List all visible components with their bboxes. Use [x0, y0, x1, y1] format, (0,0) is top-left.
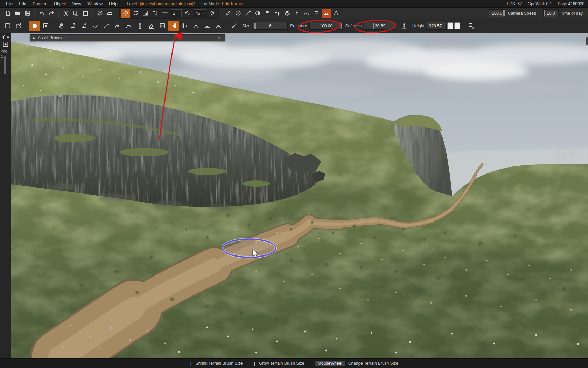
ramp-hill-button[interactable]	[213, 21, 224, 31]
square-brush-icon	[43, 23, 49, 29]
raise-height-button[interactable]	[68, 21, 78, 31]
noise-button[interactable]	[157, 21, 168, 31]
save-level-button[interactable]	[23, 9, 32, 18]
paint-material-button[interactable]	[466, 21, 477, 31]
new-level-button[interactable]	[3, 9, 12, 18]
mesa-button[interactable]	[124, 21, 134, 31]
sphere-tool-button[interactable]	[253, 9, 262, 18]
terrain-brush-ellipse	[223, 239, 276, 257]
camera-speed-handle[interactable]	[503, 10, 505, 16]
sharpen-button[interactable]	[112, 21, 123, 31]
pressure-value: 100.00	[320, 23, 333, 28]
redo-button[interactable]	[47, 9, 56, 18]
menu-edit[interactable]: Edit	[16, 1, 29, 7]
cut-button[interactable]	[61, 9, 70, 18]
lower-height-button[interactable]	[79, 21, 89, 31]
smooth-slope-button[interactable]	[101, 21, 112, 31]
viewport-edge-tab[interactable]	[586, 37, 588, 45]
toolbar-separator	[58, 10, 59, 17]
round-brush-button[interactable]	[29, 21, 40, 31]
menu-file[interactable]: File	[3, 1, 16, 7]
chevron-down-icon: ▼	[202, 12, 204, 14]
material-name-truncated[interactable]: <no	[0, 49, 7, 53]
brush-size-handle[interactable]	[254, 23, 256, 29]
flatten-button[interactable]	[146, 21, 156, 31]
select-terrain-button[interactable]	[2, 21, 13, 31]
mesh-decal-button[interactable]	[332, 9, 341, 18]
asset-browser-close-button[interactable]: ×	[217, 35, 222, 41]
square-brush-button[interactable]	[41, 21, 51, 31]
menu-view[interactable]: View	[69, 1, 84, 7]
translate-snap-select[interactable]: 1▼	[171, 9, 182, 17]
translate-snap-value: 1	[173, 11, 175, 16]
camera-speed-input[interactable]: 100.0	[489, 9, 505, 17]
lanes-tool-button[interactable]	[312, 9, 321, 18]
flatten-hill-button[interactable]	[202, 21, 212, 31]
clear-empty-button[interactable]	[180, 21, 190, 31]
menu-bar: File Edit Camera Object View Window Help…	[0, 0, 588, 8]
panel-scrollbar[interactable]	[4, 56, 6, 74]
grab-terrain-button[interactable]	[56, 21, 67, 31]
height-decrease-button[interactable]: -	[447, 22, 453, 29]
smooth-curve-icon	[92, 23, 98, 29]
set-empty-button[interactable]	[168, 21, 179, 31]
sphere-icon	[255, 10, 261, 16]
slope-limit-button[interactable]	[229, 21, 239, 31]
time-of-day-input[interactable]: 10.0	[543, 9, 559, 17]
menu-window[interactable]: Window	[84, 1, 106, 7]
softness-handle[interactable]	[373, 23, 374, 29]
height-probe-button[interactable]	[399, 21, 410, 31]
drop-to-ground-button[interactable]	[208, 9, 217, 18]
forest-tool-button[interactable]	[273, 9, 282, 18]
brush-size-slider[interactable]: 6	[253, 22, 288, 30]
height-increase-button[interactable]: +	[454, 22, 460, 29]
terrain-editor-button[interactable]	[322, 9, 331, 18]
smooth-hill-button[interactable]	[191, 21, 201, 31]
rotate-snap-select[interactable]: 45▼	[194, 9, 206, 17]
open-level-button[interactable]	[13, 9, 22, 18]
point-tool-button[interactable]	[293, 9, 302, 18]
rotate-snap-icon-button[interactable]	[183, 9, 192, 18]
material-side-panel: <no 1	[0, 33, 11, 358]
settings-button[interactable]	[95, 9, 104, 18]
rotate-tool-button[interactable]	[131, 9, 140, 18]
filter-clear-icon[interactable]	[1, 34, 10, 40]
scale-tool-button[interactable]	[141, 9, 150, 18]
add-layer-button[interactable]	[2, 41, 9, 48]
grid-icon	[162, 10, 168, 16]
flag-tool-button[interactable]	[263, 9, 272, 18]
toolbar-separator	[541, 10, 541, 17]
create-object-button[interactable]	[234, 9, 243, 18]
copy-button[interactable]	[71, 9, 80, 18]
move-tool-button[interactable]	[121, 9, 130, 18]
collapse-triangle-icon[interactable]: ▶	[33, 36, 35, 40]
world-editor-window: { "menu": {"items": ["File", "Edit", "Ca…	[0, 0, 588, 368]
softness-slider[interactable]: 30.69	[364, 22, 396, 30]
set-height-button[interactable]	[135, 21, 145, 31]
vehicle-button[interactable]	[105, 9, 114, 18]
key-mousewheel: MouseWheel	[315, 361, 345, 366]
undo-button[interactable]	[37, 9, 46, 18]
new-file-icon	[5, 10, 11, 16]
scene-layers-button[interactable]	[283, 9, 292, 18]
road-tool-button[interactable]	[244, 9, 253, 18]
menu-help[interactable]: Help	[106, 1, 121, 7]
paste-button[interactable]	[81, 9, 90, 18]
material-index[interactable]: 1	[0, 55, 3, 59]
menu-camera[interactable]: Camera	[29, 1, 51, 7]
terrain-block-button[interactable]	[302, 9, 312, 18]
deselect-terrain-button[interactable]	[14, 21, 24, 31]
softness-value: 30.69	[375, 23, 385, 28]
height-input[interactable]: 328.57	[427, 22, 447, 30]
pressure-handle[interactable]	[341, 23, 342, 29]
pencil-icon	[225, 10, 231, 16]
pressure-slider[interactable]: 100.00	[309, 22, 343, 30]
menu-object[interactable]: Object	[51, 1, 69, 7]
smooth-button[interactable]	[90, 21, 100, 31]
grid-snap-button[interactable]	[160, 9, 169, 18]
terrain-canvas[interactable]	[11, 33, 588, 358]
axis-gizmo-button[interactable]	[150, 9, 160, 18]
asset-browser-bar[interactable]: ▶ Asset Browser ×	[30, 34, 225, 41]
pencil-tool-button[interactable]	[224, 9, 233, 18]
time-of-day-handle[interactable]	[544, 10, 545, 16]
